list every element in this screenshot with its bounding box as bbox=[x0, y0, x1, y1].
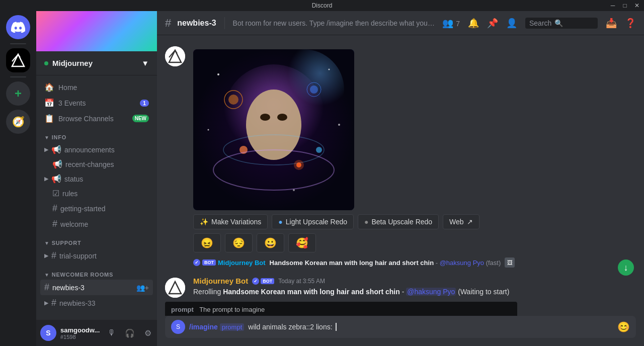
text-cursor bbox=[336, 323, 337, 331]
mention-haksung-inline[interactable]: @haksung Pyo bbox=[440, 259, 484, 267]
love-emoji: 🥰 bbox=[296, 237, 308, 249]
nav-events[interactable]: 📅 3 Events 1 bbox=[40, 95, 153, 111]
reaction-happy-btn[interactable]: 😀 bbox=[257, 233, 284, 252]
nav-browse-channels[interactable]: 📋 Browse Channels NEW bbox=[40, 111, 153, 126]
explore-icon[interactable]: 🧭 bbox=[6, 110, 30, 134]
make-variations-btn[interactable]: ✨ Make Variations bbox=[193, 214, 268, 229]
svg-point-12 bbox=[316, 147, 322, 153]
prompt-tooltip-text: The prompt to imagine bbox=[199, 306, 265, 313]
web-external-icon: ↗ bbox=[467, 218, 473, 226]
member-list-icon[interactable]: 👤 bbox=[506, 18, 517, 29]
getting-started-hash: # bbox=[52, 203, 57, 214]
midjourney-bot-inline[interactable]: Midjourney Bot bbox=[218, 259, 266, 267]
midjourney-server-icon[interactable] bbox=[6, 48, 30, 72]
server-banner bbox=[36, 11, 157, 51]
rules-label: rules bbox=[62, 190, 77, 198]
message-image bbox=[193, 49, 354, 210]
status-label: status bbox=[64, 175, 83, 183]
welcome-hash: # bbox=[52, 219, 57, 229]
category-support[interactable]: ▼ SUPPORT bbox=[40, 232, 153, 248]
channel-rules[interactable]: ☑ rules bbox=[40, 186, 153, 201]
server-chevron-icon: ▼ bbox=[141, 59, 149, 67]
nav-browse-label: Browse Channels bbox=[58, 115, 114, 123]
bot-author-name[interactable]: Midjourney Bot bbox=[193, 277, 248, 285]
channel-newbies-3[interactable]: # newbies-3 👥+ bbox=[40, 280, 153, 295]
reaction-sad-btn[interactable]: 😔 bbox=[225, 233, 253, 252]
scroll-down-icon: ↓ bbox=[624, 263, 628, 273]
category-info[interactable]: ▼ INFO bbox=[40, 126, 153, 142]
trial-expand-icon: ▶ bbox=[44, 252, 48, 259]
channel-welcome[interactable]: # welcome bbox=[40, 216, 153, 232]
help-icon[interactable]: ❓ bbox=[625, 18, 636, 29]
mic-btn[interactable]: 🎙 bbox=[104, 325, 120, 341]
discord-home-icon[interactable] bbox=[6, 15, 30, 39]
user-tag: #1598 bbox=[60, 334, 100, 340]
reroll-prompt: Handsome Korean man with long hair and s… bbox=[223, 288, 400, 296]
bot-label-inline: BOT bbox=[202, 260, 216, 266]
scroll-to-bottom-btn[interactable]: ↓ bbox=[618, 260, 634, 276]
input-area: S /imagine prompt wild animals zebra::2 … bbox=[157, 316, 644, 346]
server-divider-2 bbox=[10, 76, 26, 77]
add-member-icon[interactable]: 👥+ bbox=[136, 284, 149, 292]
channel-trial-support[interactable]: ▶ # trial-support bbox=[40, 248, 153, 264]
channel-announcements[interactable]: ▶ 📢 announcements bbox=[40, 142, 153, 157]
members-count-icon[interactable]: 👥 7 bbox=[442, 18, 460, 29]
mention-haksung[interactable]: @haksung Pyo bbox=[406, 288, 456, 296]
headphones-btn[interactable]: 🎧 bbox=[122, 325, 138, 341]
reaction-tired-btn[interactable]: 😖 bbox=[193, 233, 221, 252]
channel-header-name: newbies-3 bbox=[177, 19, 216, 28]
maximize-btn[interactable]: □ bbox=[622, 3, 628, 9]
inbox-icon[interactable]: 📥 bbox=[606, 18, 617, 29]
category-newcomer[interactable]: ▼ NEWCOMER ROOMS bbox=[40, 264, 153, 280]
input-text: wild animals zebra::2 lions: bbox=[248, 323, 332, 331]
sad-emoji: 😔 bbox=[232, 237, 245, 249]
category-info-label: INFO bbox=[52, 134, 66, 140]
light-upscale-redo-btn[interactable]: ● Light Upscale Redo bbox=[272, 214, 354, 229]
beta-upscale-redo-btn[interactable]: ● Beta Upscale Redo bbox=[358, 214, 439, 229]
message-text-bot: Rerolling Handsome Korean man with long … bbox=[193, 287, 636, 297]
reaction-love-btn[interactable]: 🥰 bbox=[288, 233, 316, 252]
title-bar: Discord ─ □ ✕ bbox=[0, 0, 644, 11]
emoji-btn[interactable]: 😊 bbox=[617, 321, 630, 333]
messages-area[interactable]: ✨ Make Variations ● Light Upscale Redo ●… bbox=[157, 35, 644, 316]
input-field[interactable]: wild animals zebra::2 lions: bbox=[248, 323, 613, 331]
server-header[interactable]: Midjourney ▼ bbox=[36, 51, 157, 75]
web-btn[interactable]: Web ↗ bbox=[443, 214, 479, 229]
channel-status[interactable]: ▶ 📢 status bbox=[40, 171, 153, 186]
message-content-bot: Midjourney Bot ✓ BOT Today at 3:55 AM Re… bbox=[193, 277, 636, 298]
support-arrow-icon: ▼ bbox=[44, 240, 50, 246]
bot-inline-message: ✓ BOT Midjourney Bot Handsome Korean man… bbox=[165, 256, 636, 269]
settings-btn[interactable]: ⚙ bbox=[140, 325, 156, 341]
newbies33-hash: # bbox=[51, 298, 56, 308]
recent-changes-icon: 📢 bbox=[52, 159, 62, 169]
message-timestamp: Today at 3:55 AM bbox=[278, 278, 325, 285]
minimize-btn[interactable]: ─ bbox=[610, 3, 616, 9]
light-upscale-label: Light Upscale Redo bbox=[286, 218, 347, 226]
bot-verified-check: ✓ bbox=[252, 278, 259, 285]
svg-point-10 bbox=[310, 85, 318, 94]
browse-new-badge: NEW bbox=[132, 115, 149, 122]
svg-point-6 bbox=[277, 114, 287, 121]
close-btn[interactable]: ✕ bbox=[634, 3, 640, 9]
channel-getting-started[interactable]: # getting-started bbox=[40, 201, 153, 216]
svg-point-8 bbox=[228, 95, 238, 105]
bot-avatar-2 bbox=[165, 278, 185, 298]
make-variations-icon: ✨ bbox=[200, 218, 208, 226]
newbies33-expand-icon: ▶ bbox=[44, 300, 48, 306]
rules-icon: ☑ bbox=[52, 189, 59, 198]
channel-recent-changes[interactable]: 📢 recent-changes bbox=[40, 157, 153, 171]
pin-icon[interactable]: 📌 bbox=[487, 18, 498, 29]
bell-icon[interactable]: 🔔 bbox=[468, 18, 479, 29]
user-area: S samgoodw... #1598 🎙 🎧 ⚙ bbox=[36, 320, 157, 346]
image-small-icon[interactable]: 🖼 bbox=[505, 257, 515, 268]
events-icon: 📅 bbox=[44, 98, 54, 108]
search-bar[interactable]: Search 🔍 bbox=[525, 18, 598, 29]
server-sidebar: + 🧭 bbox=[0, 11, 36, 346]
input-box: S /imagine prompt wild animals zebra::2 … bbox=[165, 316, 636, 338]
add-server-icon[interactable]: + bbox=[6, 81, 30, 106]
user-controls: 🎙 🎧 ⚙ bbox=[104, 325, 156, 341]
status-icon: 📢 bbox=[51, 174, 61, 184]
nav-home[interactable]: 🏠 Home bbox=[40, 79, 153, 95]
announcements-icon: 📢 bbox=[51, 145, 61, 154]
channel-newbies-33[interactable]: ▶ # newbies-33 bbox=[40, 295, 153, 311]
